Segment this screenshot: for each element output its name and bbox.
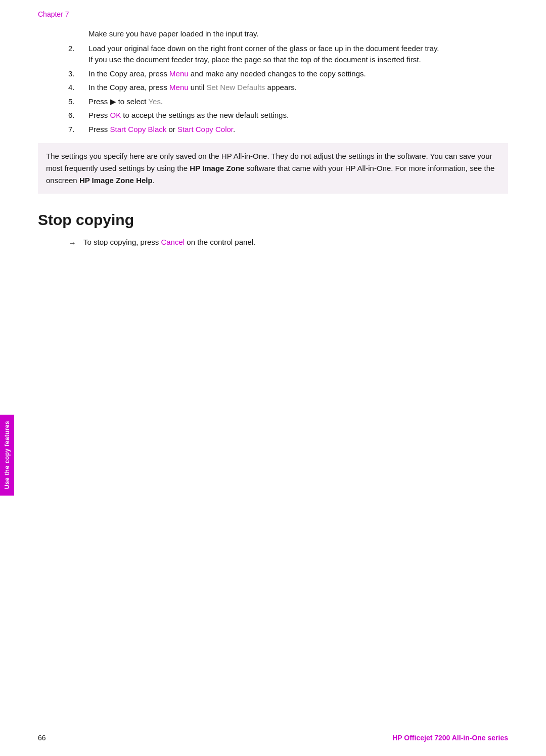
steps-list: 2. Load your original face down on the r… xyxy=(68,43,508,136)
info-box: The settings you specify here are only s… xyxy=(38,143,508,194)
step-6: 6. Press OK to accept the settings as th… xyxy=(68,110,508,121)
stop-copying-item: → To stop copying, press Cancel on the c… xyxy=(68,237,508,249)
cancel-highlight: Cancel xyxy=(161,238,185,246)
footer: 66 HP Officejet 7200 All-in-One series xyxy=(38,734,508,742)
step-7-content: Press Start Copy Black or Start Copy Col… xyxy=(88,124,508,136)
menu-highlight-4: Menu xyxy=(169,83,189,92)
start-copy-color-highlight: Start Copy Color xyxy=(177,125,233,134)
step-3: 3. In the Copy area, press Menu and make… xyxy=(68,68,508,80)
step-3-num: 3. xyxy=(68,68,88,80)
stop-copying-text: To stop copying, press Cancel on the con… xyxy=(83,237,255,248)
step-4-content: In the Copy area, press Menu until Set N… xyxy=(88,82,508,94)
ok-highlight: OK xyxy=(110,111,121,119)
stop-copying-section: Stop copying → To stop copying, press Ca… xyxy=(38,211,508,249)
info-box-text3: . xyxy=(153,176,155,185)
arrow-icon: → xyxy=(68,237,76,249)
step-2: 2. Load your original face down on the r… xyxy=(68,43,508,66)
step-4: 4. In the Copy area, press Menu until Se… xyxy=(68,82,508,94)
footer-page-number: 66 xyxy=(38,734,46,742)
step-2-content: Load your original face down on the righ… xyxy=(88,43,508,66)
step-2-num: 2. xyxy=(68,43,88,55)
set-new-defaults-text: Set New Defaults xyxy=(206,83,265,92)
step-4-num: 4. xyxy=(68,82,88,94)
stop-copying-title: Stop copying xyxy=(38,211,508,229)
side-tab-label: Use the copy features xyxy=(4,421,11,489)
step-5-num: 5. xyxy=(68,96,88,108)
step-7-num: 7. xyxy=(68,124,88,136)
step-6-content: Press OK to accept the settings as the n… xyxy=(88,110,508,121)
step-7: 7. Press Start Copy Black or Start Copy … xyxy=(68,124,508,136)
step-5: 5. Press ▶ to select Yes. xyxy=(68,96,508,108)
intro-paragraph: Make sure you have paper loaded in the i… xyxy=(88,28,508,40)
yes-text: Yes xyxy=(148,97,160,106)
info-box-bold2: HP Image Zone Help xyxy=(79,176,153,185)
step-5-content: Press ▶ to select Yes. xyxy=(88,96,508,108)
main-content: Chapter 7 Make sure you have paper loade… xyxy=(38,0,508,249)
page-container: Use the copy features Chapter 7 Make sur… xyxy=(0,0,546,756)
chapter-header: Chapter 7 xyxy=(38,10,508,18)
step-3-content: In the Copy area, press Menu and make an… xyxy=(88,68,508,80)
start-copy-black-highlight: Start Copy Black xyxy=(110,125,167,134)
step-6-num: 6. xyxy=(68,110,88,121)
footer-product-name: HP Officejet 7200 All-in-One series xyxy=(392,734,508,742)
side-tab: Use the copy features xyxy=(0,415,14,496)
info-box-bold1: HP Image Zone xyxy=(190,164,244,172)
menu-highlight-3: Menu xyxy=(169,69,189,78)
